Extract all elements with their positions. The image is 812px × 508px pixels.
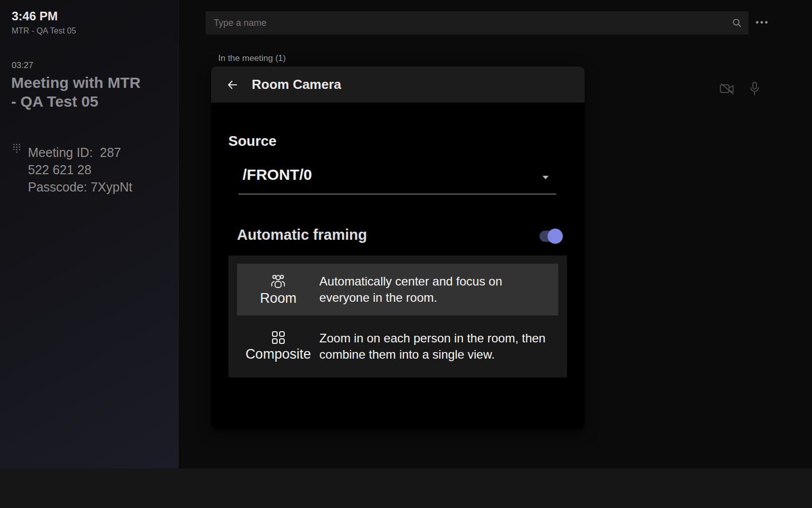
room-camera-panel: Room Camera Source /FRONT/0 Automatic fr… (211, 67, 585, 429)
panel-header: Room Camera (211, 67, 585, 103)
framing-options-list: Room Automatically center and focus on e… (228, 256, 567, 377)
video-off-icon[interactable] (720, 82, 735, 96)
clock-time: 3:46 PM (12, 9, 58, 23)
automatic-framing-toggle[interactable] (539, 229, 563, 244)
search-bar[interactable] (206, 11, 749, 35)
meeting-id-line: Meeting ID: 287 (28, 144, 132, 161)
room-name: MTR - QA Test 05 (12, 26, 76, 36)
meeting-title: Meeting with MTR - QA Test 05 (11, 73, 141, 111)
toggle-knob (548, 229, 563, 244)
option-label: Composite (246, 346, 311, 362)
grid-squares-icon (272, 331, 285, 344)
call-toolbar (0, 468, 812, 508)
meeting-id-line: 522 621 28 (28, 161, 132, 178)
back-button[interactable] (224, 77, 241, 93)
option-description: Automatically center and focus on everyo… (319, 264, 558, 315)
in-meeting-section-label: In the meeting (1) (218, 53, 286, 64)
caret-down-icon (542, 175, 549, 180)
framing-option-composite[interactable]: Composite Zoom in on each person in the … (237, 315, 558, 377)
meeting-passcode: Passcode: 7XypNt (28, 178, 132, 196)
meeting-sidebar: 3:46 PM MTR - QA Test 05 03:27 Meeting w… (0, 0, 179, 468)
option-description: Zoom in on each person in the room, then… (319, 315, 558, 377)
search-input[interactable] (206, 11, 749, 35)
camera-source-value: /FRONT/0 (243, 166, 312, 183)
meeting-credentials: Meeting ID: 287 522 621 28 Passcode: 7Xy… (28, 144, 132, 196)
framing-option-room[interactable]: Room Automatically center and focus on e… (237, 264, 558, 315)
automatic-framing-label: Automatic framing (237, 227, 367, 243)
option-label: Room (260, 291, 296, 306)
dialpad-icon (13, 143, 21, 153)
mic-icon[interactable] (749, 81, 760, 97)
call-duration: 03:27 (12, 60, 33, 71)
panel-title: Room Camera (252, 77, 341, 92)
back-arrow-icon (225, 78, 240, 92)
people-group-icon (269, 273, 287, 289)
search-icon[interactable] (732, 18, 742, 28)
roster-more-button[interactable] (756, 21, 768, 24)
camera-source-dropdown[interactable]: /FRONT/0 (239, 163, 556, 195)
source-label: Source (228, 133, 277, 149)
